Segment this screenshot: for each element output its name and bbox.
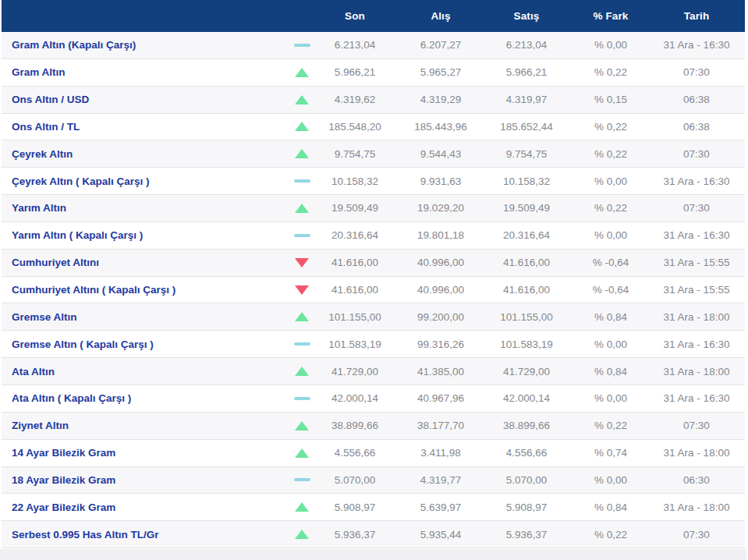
trend-up-icon: [295, 530, 309, 539]
alis-value: 40.996,00: [402, 257, 480, 268]
son-value: 6.213,04: [308, 39, 402, 51]
son-value: 4.556,66: [308, 447, 402, 459]
instrument-name[interactable]: Ons Altın / TL: [2, 121, 296, 133]
column-header-tarih: Tarih: [648, 10, 745, 22]
trend-cell: [296, 397, 308, 400]
table-row[interactable]: Ata Altın 41.729,00 41.385,00 41.729,00 …: [2, 358, 745, 385]
fark-value: % 0,00: [573, 229, 648, 241]
trend-cell: [296, 95, 308, 105]
son-value: 19.509,49: [308, 202, 402, 214]
table-row[interactable]: Çeyrek Altın ( Kapalı Çarşı ) 10.158,32 …: [2, 168, 745, 195]
table-row[interactable]: Gram Altın 5.966,21 5.965,27 5.966,21 % …: [2, 59, 745, 87]
son-value: 5.070,00: [308, 474, 402, 486]
instrument-name[interactable]: 18 Ayar Bilezik Gram: [2, 474, 296, 486]
table-row[interactable]: Serbest 0.995 Has Altın TL/Gr 5.936,37 5…: [2, 521, 745, 548]
table-row[interactable]: Gram Altın (Kapalı Çarşı) 6.213,04 6.207…: [2, 32, 745, 59]
instrument-name[interactable]: Çeyrek Altın: [2, 148, 296, 160]
trend-down-icon: [295, 258, 309, 268]
son-value: 101.155,00: [308, 311, 402, 323]
table-row[interactable]: Gremse Altın ( Kapalı Çarşı ) 101.583,19…: [2, 331, 745, 358]
table-body: Gram Altın (Kapalı Çarşı) 6.213,04 6.207…: [2, 32, 745, 548]
table-row[interactable]: 18 Ayar Bilezik Gram 5.070,00 4.319,77 5…: [2, 467, 745, 494]
table-row[interactable]: 22 Ayar Bilezik Gram 5.908,97 5.639,97 5…: [2, 494, 745, 521]
fark-value: % 0,00: [573, 474, 648, 486]
son-value: 41.616,00: [308, 284, 402, 296]
son-value: 41.729,00: [308, 366, 402, 377]
column-header-son: Son: [308, 10, 402, 22]
table-row[interactable]: Cumhuriyet Altını ( Kapalı Çarşı ) 41.61…: [2, 277, 745, 304]
trend-cell: [296, 312, 308, 321]
satis-value: 41.616,00: [480, 257, 573, 268]
fark-value: % 0,74: [573, 447, 648, 459]
trend-down-icon: [295, 285, 309, 295]
tarih-value: 31 Ara - 16:30: [648, 392, 745, 404]
instrument-name[interactable]: Serbest 0.995 Has Altın TL/Gr: [2, 529, 296, 541]
instrument-name[interactable]: Gremse Altın ( Kapalı Çarşı ): [2, 338, 296, 350]
tarih-value: 06:38: [648, 121, 745, 133]
tarih-value: 31 Ara - 18:00: [648, 311, 745, 323]
table-row[interactable]: Ata Altın ( Kapalı Çarşı ) 42.000,14 40.…: [2, 385, 745, 413]
table-row[interactable]: Ons Altın / TL 185.548,20 185.443,96 185…: [2, 114, 745, 141]
satis-value: 10.158,32: [480, 175, 573, 187]
fark-value: % 0,84: [573, 366, 648, 377]
son-value: 4.319,62: [308, 94, 402, 105]
fark-value: % 0,84: [573, 311, 648, 323]
tarih-value: 31 Ara - 16:30: [648, 175, 745, 187]
table-row[interactable]: Ons Altın / USD 4.319,62 4.319,29 4.319,…: [2, 87, 745, 114]
satis-value: 5.908,97: [480, 502, 573, 513]
tarih-value: 07:30: [648, 202, 745, 214]
instrument-name[interactable]: Ziynet Altın: [2, 420, 296, 431]
table-row[interactable]: Gremse Altın 101.155,00 99.200,00 101.15…: [2, 303, 745, 331]
fark-value: % 0,22: [573, 529, 648, 541]
alis-value: 40.967,96: [402, 392, 480, 404]
instrument-name[interactable]: Yarım Altın: [2, 202, 296, 214]
tarih-value: 31 Ara - 18:00: [648, 447, 745, 459]
gold-prices-page: Son Alış Satış % Fark Tarih Gram Altın (…: [0, 0, 748, 560]
instrument-name[interactable]: Ata Altın: [2, 366, 296, 377]
instrument-name[interactable]: Cumhuriyet Altını ( Kapalı Çarşı ): [2, 284, 296, 296]
trend-up-icon: [295, 95, 309, 105]
alis-value: 9.931,63: [402, 175, 480, 187]
table-row[interactable]: Yarım Altın 19.509,49 19.029,20 19.509,4…: [2, 195, 745, 222]
trend-cell: [296, 342, 308, 346]
trend-up-icon: [295, 312, 309, 321]
instrument-name[interactable]: Çeyrek Altın ( Kapalı Çarşı ): [2, 175, 296, 187]
instrument-name[interactable]: Yarım Altın ( Kapalı Çarşı ): [2, 229, 296, 241]
instrument-name[interactable]: 14 Ayar Bilezik Gram: [2, 447, 296, 459]
fark-value: % -0,64: [573, 284, 648, 296]
instrument-name[interactable]: Cumhuriyet Altını: [2, 257, 296, 268]
trend-cell: [296, 258, 308, 268]
son-value: 20.316,64: [308, 229, 402, 241]
tarih-value: 07:30: [648, 66, 745, 78]
table-row[interactable]: Çeyrek Altın 9.754,75 9.544,43 9.754,75 …: [2, 140, 745, 168]
column-header-alis: Alış: [402, 10, 480, 22]
trend-up-icon: [295, 421, 309, 431]
satis-value: 20.316,64: [480, 229, 573, 241]
tarih-value: 07:30: [648, 529, 745, 541]
fark-value: % 0,00: [573, 175, 648, 187]
trend-up-icon: [295, 149, 309, 158]
instrument-name[interactable]: 22 Ayar Bilezik Gram: [2, 502, 296, 513]
fark-value: % 0,15: [573, 94, 648, 105]
tarih-value: 31 Ara - 18:00: [648, 502, 745, 513]
son-value: 5.936,37: [308, 529, 402, 541]
table-row[interactable]: Cumhuriyet Altını 41.616,00 40.996,00 41…: [2, 250, 745, 277]
table-row[interactable]: 14 Ayar Bilezik Gram 4.556,66 3.411,98 4…: [2, 440, 745, 467]
instrument-name[interactable]: Ata Altın ( Kapalı Çarşı ): [2, 392, 296, 404]
table-header: Son Alış Satış % Fark Tarih: [2, 0, 745, 32]
table-row[interactable]: Yarım Altın ( Kapalı Çarşı ) 20.316,64 1…: [2, 222, 745, 250]
trend-cell: [296, 44, 308, 47]
instrument-name[interactable]: Gremse Altın: [2, 311, 296, 323]
trend-cell: [296, 68, 308, 77]
instrument-name[interactable]: Gram Altın: [2, 66, 296, 78]
alis-value: 4.319,77: [402, 474, 480, 486]
satis-value: 185.652,44: [480, 121, 573, 133]
table-row[interactable]: Ziynet Altın 38.899,66 38.177,70 38.899,…: [2, 413, 745, 440]
trend-cell: [296, 530, 308, 539]
satis-value: 101.583,19: [480, 338, 573, 350]
tarih-value: 07:30: [648, 148, 745, 160]
gold-price-table: Son Alış Satış % Fark Tarih Gram Altın (…: [2, 0, 745, 548]
satis-value: 5.966,21: [480, 66, 573, 78]
instrument-name[interactable]: Gram Altın (Kapalı Çarşı): [2, 39, 296, 51]
instrument-name[interactable]: Ons Altın / USD: [2, 94, 296, 105]
